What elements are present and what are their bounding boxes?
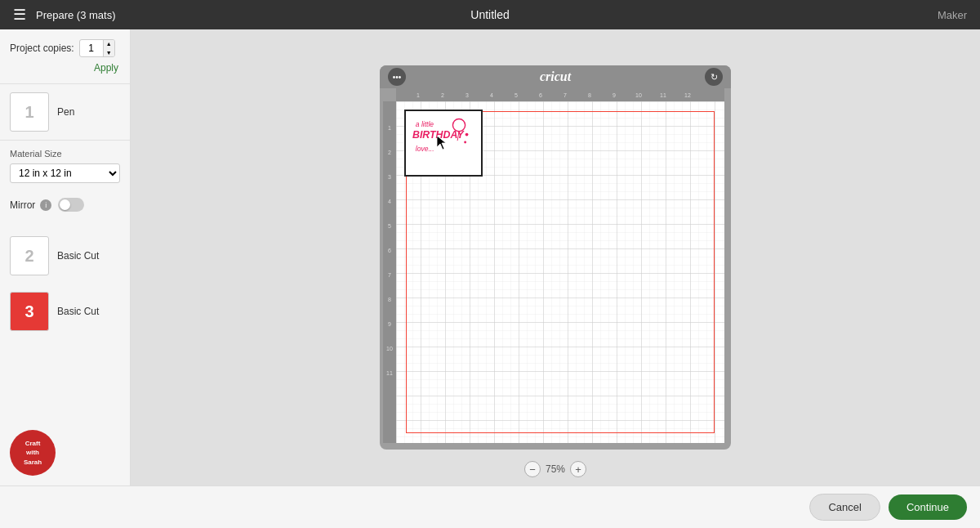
svg-text:12: 12	[684, 92, 691, 98]
main-layout: Project copies: ▲ ▼ Apply 1 Pen Material…	[0, 29, 980, 485]
svg-text:11: 11	[660, 92, 666, 98]
svg-text:6: 6	[539, 92, 542, 98]
svg-text:9: 9	[612, 92, 616, 98]
mat-item-3[interactable]: 3 Basic Cut	[0, 284, 130, 339]
svg-text:3: 3	[388, 174, 391, 180]
project-copies-row: Project copies: ▲ ▼	[10, 39, 120, 57]
cricut-mat: ••• cricut ↻ 1 2 3	[380, 65, 731, 450]
svg-text:7: 7	[388, 272, 391, 278]
svg-rect-0	[396, 88, 724, 101]
toggle-knob	[60, 199, 70, 210]
bottom-bar: Cancel Continue	[0, 485, 980, 528]
hamburger-menu-icon[interactable]: ☰	[13, 6, 26, 24]
mat-dots-button[interactable]: •••	[388, 68, 406, 86]
cricut-mat-wrapper: ••• cricut ↻ 1 2 3	[380, 65, 731, 450]
zoom-value: 75%	[546, 463, 565, 475]
project-copies-label: Project copies:	[10, 43, 74, 54]
mat-number-2: 2	[24, 247, 33, 266]
svg-text:1: 1	[416, 92, 420, 98]
mat-grid-area: a little BIRTHDAY love...	[396, 101, 724, 443]
material-size-select[interactable]: 12 in x 12 in 12 in x 24 in	[10, 163, 120, 183]
mat-label-1: Pen	[57, 106, 74, 118]
svg-text:6: 6	[388, 248, 391, 253]
svg-text:a little: a little	[416, 120, 434, 128]
copies-arrows: ▲ ▼	[103, 39, 114, 57]
svg-text:10: 10	[386, 346, 393, 351]
cricut-logo: cricut	[540, 69, 571, 84]
zoom-out-button[interactable]: −	[524, 461, 541, 477]
svg-text:4: 4	[388, 199, 391, 204]
svg-text:2: 2	[441, 92, 444, 98]
mat-label-3: Basic Cut	[57, 306, 99, 317]
mat-number-3: 3	[24, 302, 33, 321]
mat-refresh-button[interactable]: ↻	[705, 68, 723, 86]
copies-input[interactable]	[80, 43, 103, 54]
copies-up-button[interactable]: ▲	[103, 39, 114, 48]
mat-thumbnail-3: 3	[10, 292, 49, 331]
svg-text:8: 8	[588, 92, 591, 98]
svg-text:7: 7	[564, 92, 567, 98]
svg-text:5: 5	[514, 92, 518, 98]
zoom-bar: − 75% +	[524, 461, 586, 477]
design-card[interactable]: a little BIRTHDAY love...	[404, 110, 483, 177]
material-size-section: Material Size 12 in x 12 in 12 in x 24 i…	[0, 140, 130, 191]
ruler-top: 1 2 3 4 5 6 7 8 9 10 11 12	[396, 88, 724, 101]
sidebar-logo-area: CraftwithSarah	[0, 420, 130, 485]
craft-with-sarah-logo: CraftwithSarah	[10, 430, 56, 476]
mat-body: 1 2 3 4 5 6 7 8 9 10 11 12	[383, 88, 728, 446]
mirror-info-icon[interactable]: i	[40, 199, 51, 211]
svg-text:8: 8	[388, 297, 391, 302]
svg-text:2: 2	[388, 150, 391, 155]
svg-text:5: 5	[388, 223, 391, 229]
svg-text:11: 11	[386, 370, 393, 376]
copies-down-button[interactable]: ▼	[103, 48, 114, 57]
svg-text:10: 10	[635, 92, 642, 98]
zoom-in-button[interactable]: +	[570, 461, 586, 477]
continue-button[interactable]: Continue	[889, 494, 967, 520]
svg-text:9: 9	[388, 321, 391, 327]
mat-label-2: Basic Cut	[57, 250, 99, 262]
topbar: ☰ Prepare (3 mats) Untitled Maker	[0, 0, 980, 29]
design-svg: a little BIRTHDAY love...	[406, 111, 481, 175]
mat-thumbnail-1: 1	[10, 92, 49, 132]
cancel-button[interactable]: Cancel	[809, 494, 880, 521]
mirror-row: Mirror i	[0, 191, 130, 218]
canvas-area: ••• cricut ↻ 1 2 3	[131, 29, 980, 485]
machine-label: Maker	[938, 9, 967, 21]
sidebar: Project copies: ▲ ▼ Apply 1 Pen Material…	[0, 29, 131, 485]
svg-point-34	[464, 141, 466, 144]
copies-input-wrap: ▲ ▼	[79, 39, 115, 57]
mat-number-1: 1	[24, 103, 33, 122]
sidebar-top-section: Project copies: ▲ ▼ Apply	[0, 29, 130, 84]
mat-item-2[interactable]: 2 Basic Cut	[0, 228, 130, 284]
svg-text:love...: love...	[416, 145, 434, 153]
ruler-left: 1 2 3 4 5 6 7 8 9 10 11	[383, 101, 396, 443]
svg-text:1: 1	[388, 125, 391, 131]
mirror-toggle[interactable]	[58, 198, 84, 212]
mat-thumbnail-2: 2	[10, 236, 49, 275]
page-title: Untitled	[470, 8, 509, 21]
ruler-top-svg: 1 2 3 4 5 6 7 8 9 10 11 12	[396, 88, 724, 101]
ruler-left-svg: 1 2 3 4 5 6 7 8 9 10 11	[383, 101, 396, 443]
mirror-label: Mirror	[10, 199, 35, 211]
mat-item-1[interactable]: 1 Pen	[0, 84, 130, 140]
mat-header-bar: ••• cricut ↻	[380, 65, 731, 88]
window-title: Prepare (3 mats)	[36, 9, 116, 21]
material-size-label: Material Size	[10, 149, 120, 159]
apply-button[interactable]: Apply	[10, 62, 120, 74]
svg-text:3: 3	[466, 92, 469, 98]
svg-text:4: 4	[490, 92, 493, 98]
svg-point-33	[466, 133, 469, 136]
